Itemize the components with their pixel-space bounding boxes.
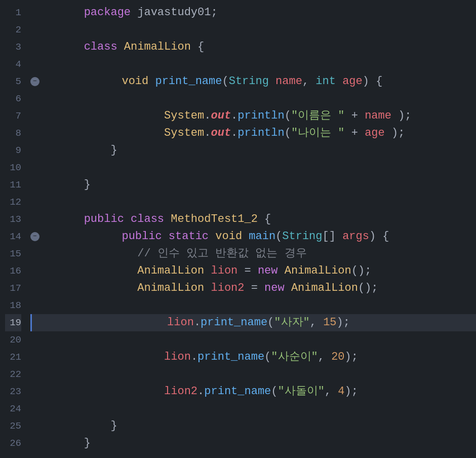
line-num-16: 16: [5, 262, 21, 280]
token-print-name-def: print_name: [155, 75, 222, 88]
token-void: void: [122, 75, 148, 88]
line-num-20: 20: [5, 331, 21, 349]
line-num-18: 18: [5, 297, 21, 314]
code-line-10: [30, 159, 476, 176]
line-num-1: 1: [5, 4, 21, 21]
line-num-7: 7: [5, 107, 21, 125]
code-line-25: }: [30, 417, 476, 435]
line-num-14: 14: [5, 228, 21, 245]
line-num-13: 13: [5, 211, 21, 228]
line-num-23: 23: [5, 383, 21, 400]
line-num-11: 11: [5, 176, 21, 194]
line-num-24: 24: [5, 400, 21, 417]
active-line-border: [30, 314, 32, 331]
line-num-22: 22: [5, 366, 21, 383]
line-num-25: 25: [5, 417, 21, 435]
code-editor: 1 2 3 4 5 6 7 8 9 10 11 12 13 14 15 16 1…: [0, 0, 476, 458]
code-content: package javastudy01; class AnimalLion { …: [26, 4, 476, 458]
line-num-15: 15: [5, 245, 21, 262]
fold-icon-5[interactable]: −: [30, 77, 39, 86]
code-line-19: lion.print_name("사자", 15);: [30, 314, 476, 331]
code-line-1: package javastudy01;: [30, 4, 476, 21]
line-num-21: 21: [5, 349, 21, 366]
line-num-4: 4: [5, 56, 21, 73]
token-package: package: [84, 6, 131, 19]
code-line-21: lion.print_name("사순이", 20);: [30, 349, 476, 366]
code-line-17: AnimalLion lion2 = new AnimalLion();: [30, 280, 476, 297]
line-num-5: 5: [5, 73, 21, 90]
code-line-3: class AnimalLion {: [30, 39, 476, 56]
line-num-19: 19: [5, 314, 21, 331]
line-num-9: 9: [5, 142, 21, 159]
line-num-3: 3: [5, 39, 21, 56]
token-class-name: AnimalLion: [124, 41, 191, 53]
code-line-5: − void print_name(String name, int age) …: [30, 73, 476, 90]
line-num-17: 17: [5, 280, 21, 297]
token-class-kw: class: [84, 41, 117, 53]
code-line-23: lion2.print_name("사돌이", 4);: [30, 383, 476, 400]
line-num-12: 12: [5, 194, 21, 211]
line-num-8: 8: [5, 125, 21, 142]
code-line-26: }: [30, 435, 476, 452]
code-line-11: }: [30, 176, 476, 194]
line-numbers: 1 2 3 4 5 6 7 8 9 10 11 12 13 14 15 16 1…: [0, 4, 26, 458]
code-line-9: }: [30, 142, 476, 159]
line-num-10: 10: [5, 159, 21, 176]
line-num-6: 6: [5, 90, 21, 107]
line-num-2: 2: [5, 21, 21, 39]
line-num-26: 26: [5, 435, 21, 452]
